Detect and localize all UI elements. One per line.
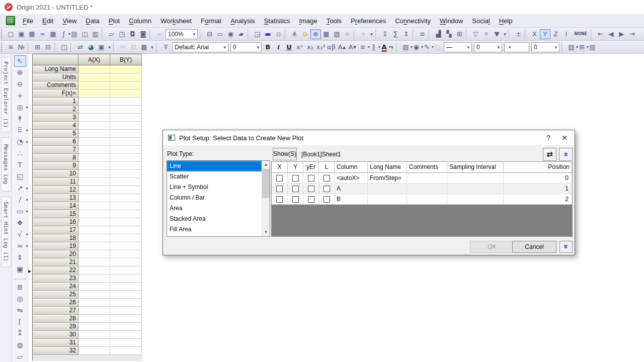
- subscript-button[interactable]: x₂: [305, 42, 315, 52]
- comments-cell[interactable]: [407, 194, 447, 205]
- cell-col-b[interactable]: [110, 347, 142, 355]
- column-header[interactable]: L: [319, 162, 335, 173]
- superscript-button[interactable]: x²: [294, 42, 305, 52]
- x-checkbox[interactable]: [276, 196, 283, 203]
- update-data-button[interactable]: ◕: [86, 42, 96, 52]
- cell-col-b[interactable]: [110, 258, 142, 266]
- cell-col-a[interactable]: [78, 186, 110, 194]
- y-checkbox[interactable]: [292, 196, 299, 203]
- row-header[interactable]: 5: [33, 130, 78, 138]
- corner-cell[interactable]: [33, 54, 78, 65]
- cell-col-b[interactable]: [110, 170, 142, 178]
- cell-col-b[interactable]: [110, 122, 142, 130]
- zoom-pan-tool[interactable]: ⇕: [14, 252, 26, 263]
- palette-button[interactable]: ◉: [411, 42, 422, 52]
- move-sheet-button[interactable]: ⊟: [43, 42, 53, 52]
- data-filter-button[interactable]: ▽: [470, 29, 481, 39]
- set-as-y-button[interactable]: Y: [540, 29, 550, 39]
- column-header[interactable]: X: [272, 162, 288, 173]
- x-checkbox[interactable]: [276, 186, 283, 192]
- row-header[interactable]: 14: [33, 202, 78, 210]
- subsuperscript-button[interactable]: x₁²: [315, 42, 326, 52]
- cell-col-a[interactable]: [78, 258, 110, 266]
- fit-layers-tool[interactable]: ≣: [14, 282, 26, 293]
- yer-checkbox[interactable]: [308, 196, 314, 203]
- scroll-down-icon[interactable]: ▼: [262, 228, 270, 236]
- cell-col-a[interactable]: [78, 146, 110, 154]
- menu-connectivity[interactable]: Connectivity: [390, 15, 435, 27]
- long-name-cell[interactable]: From/Step=: [368, 173, 407, 184]
- zoom-out-tool[interactable]: ⊖: [14, 78, 26, 90]
- column-header[interactable]: Sampling Interval: [447, 162, 504, 173]
- row-header[interactable]: 15: [33, 210, 78, 218]
- column-header[interactable]: Column: [335, 162, 368, 173]
- menu-worksheet[interactable]: Worksheet: [156, 15, 196, 27]
- cell-col-b[interactable]: [110, 299, 142, 307]
- add-column-button[interactable]: +: [358, 29, 369, 39]
- cell-col-b[interactable]: [110, 234, 142, 242]
- new-workbook-button[interactable]: ▦: [27, 29, 37, 39]
- yer-checkbox[interactable]: [308, 186, 314, 192]
- spiral-tool[interactable]: ◎: [14, 293, 26, 305]
- cell-col-b[interactable]: [110, 154, 142, 162]
- data-cursor-tool[interactable]: ↟: [14, 113, 26, 125]
- zoom-in-tool[interactable]: ⊕: [14, 67, 26, 78]
- plot-type-fill-area[interactable]: Fill Area: [167, 224, 262, 235]
- paste-button[interactable]: ▦: [139, 42, 149, 52]
- cell-col-a[interactable]: [78, 194, 110, 202]
- swap-columns-tool[interactable]: ⇋: [14, 305, 26, 316]
- cell-col-a[interactable]: [78, 98, 110, 106]
- link-sheet-button[interactable]: ⇄: [75, 42, 86, 52]
- cell-col-b[interactable]: [110, 315, 142, 323]
- label-checkbox[interactable]: [324, 186, 330, 192]
- sampling-interval-cell[interactable]: [447, 194, 504, 205]
- y-checkbox[interactable]: [292, 186, 299, 192]
- cell-col-a[interactable]: [78, 323, 110, 331]
- greek-button[interactable]: αβ: [326, 42, 337, 52]
- new-matrix-button[interactable]: ▩: [48, 29, 58, 39]
- column-header[interactable]: Position: [504, 162, 572, 173]
- statistics-on-columns-button[interactable]: Σ: [380, 29, 390, 39]
- row-header[interactable]: 4: [33, 122, 78, 130]
- cell-col-a[interactable]: [78, 65, 110, 73]
- row-header[interactable]: 9: [33, 162, 78, 170]
- cell-col-a[interactable]: [78, 307, 110, 315]
- cell-col-b[interactable]: [110, 146, 142, 154]
- cell-col-b[interactable]: [110, 331, 142, 339]
- clear-filter-button[interactable]: ▿: [481, 29, 492, 39]
- rectangle-tool[interactable]: ▭: [14, 206, 26, 217]
- cell-col-b[interactable]: [110, 291, 142, 299]
- cell-col-a[interactable]: [78, 106, 110, 114]
- column-header[interactable]: Comments: [407, 162, 447, 173]
- add-sheet-button[interactable]: ⊞: [32, 42, 43, 52]
- new-function-plot-button[interactable]: ƒ: [58, 29, 69, 39]
- label-checkbox[interactable]: [324, 175, 330, 182]
- cell-col-a[interactable]: [78, 275, 110, 283]
- set-column-values-button[interactable]: ≡: [417, 29, 428, 39]
- cell-col-a[interactable]: [78, 299, 110, 307]
- cell-col-b[interactable]: [110, 275, 142, 283]
- menu-social[interactable]: Social: [467, 15, 494, 27]
- cell-col-b[interactable]: [110, 194, 142, 202]
- cell-col-b[interactable]: [110, 98, 142, 106]
- text-tool[interactable]: T: [14, 159, 26, 171]
- menu-image[interactable]: Image: [295, 15, 322, 27]
- row-header[interactable]: 25: [33, 291, 78, 299]
- border-button[interactable]: ⊞: [577, 42, 587, 52]
- cell-col-b[interactable]: [110, 339, 142, 347]
- underline-button[interactable]: U: [284, 42, 294, 52]
- plot-type-stacked-area[interactable]: Stacked Area: [167, 214, 262, 224]
- long-name-cell[interactable]: [368, 194, 407, 205]
- row-header[interactable]: 16: [33, 218, 78, 226]
- expand-dialog-button[interactable]: «: [559, 241, 573, 253]
- menu-window[interactable]: Window: [435, 15, 467, 27]
- row-header[interactable]: 13: [33, 194, 78, 202]
- cell-col-a[interactable]: [78, 170, 110, 178]
- cell-col-a[interactable]: [78, 218, 110, 226]
- cell-col-b[interactable]: [110, 323, 142, 331]
- slide-show-button[interactable]: ▭: [215, 29, 225, 39]
- column-cell[interactable]: A: [335, 184, 368, 194]
- cell-col-b[interactable]: [110, 242, 142, 250]
- increase-font-button[interactable]: A▴: [337, 42, 347, 52]
- menu-statistics[interactable]: Statistics: [260, 15, 295, 27]
